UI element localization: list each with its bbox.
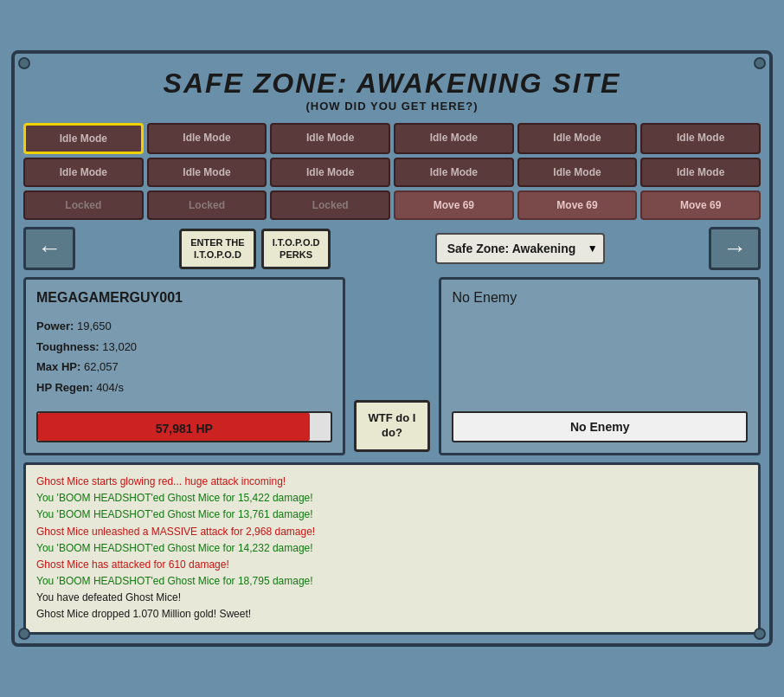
skill-button[interactable]: Locked	[23, 190, 144, 220]
toughness-value: 13,020	[102, 340, 137, 353]
enter-itopod-button[interactable]: ENTER THEI.T.O.P.O.D	[179, 229, 255, 269]
log-line: You 'BOOM HEADSHOT'ed Ghost Mice for 13,…	[36, 507, 748, 523]
zone-select[interactable]: Safe Zone: Awakening Tutorial Zone Fores…	[435, 233, 605, 264]
log-line: You 'BOOM HEADSHOT'ed Ghost Mice for 15,…	[36, 490, 748, 507]
player-name: MEGAGAMERGUY001	[36, 290, 332, 306]
skill-button[interactable]: Move 69	[394, 190, 514, 220]
maxhp-value: 62,057	[84, 360, 119, 373]
skill-button[interactable]: Idle Mode	[640, 123, 761, 154]
log-area: Ghost Mice starts glowing red... huge at…	[23, 462, 761, 635]
screw-tr	[754, 57, 766, 69]
skill-button[interactable]: Idle Mode	[23, 158, 144, 187]
log-line: You have defeated Ghost Mice!	[36, 590, 748, 606]
log-line: You 'BOOM HEADSHOT'ed Ghost Mice for 14,…	[36, 540, 748, 557]
skill-button[interactable]: Idle Mode	[517, 123, 638, 154]
nav-row: ← ENTER THEI.T.O.P.O.D I.T.O.P.O.DPERKS …	[23, 227, 761, 270]
skill-button[interactable]: Move 69	[640, 190, 761, 220]
skill-button[interactable]: Idle Mode	[270, 123, 390, 154]
skill-button[interactable]: Idle Mode	[517, 158, 638, 187]
enemy-panel: No Enemy No Enemy	[439, 277, 761, 455]
skill-button[interactable]: Idle Mode	[270, 158, 390, 187]
hp-bar: 57,981 HP	[36, 411, 332, 442]
itopod-perks-button[interactable]: I.T.O.P.O.DPERKS	[261, 229, 331, 269]
wtf-button[interactable]: WTF do Ido?	[354, 400, 431, 452]
player-stats: Power: 19,650 Toughness: 13,020 Max HP: …	[36, 316, 332, 397]
skill-button[interactable]: Move 69	[517, 190, 638, 220]
skill-button[interactable]: Idle Mode	[640, 158, 761, 187]
skill-button[interactable]: Idle Mode	[394, 123, 514, 154]
enemy-name: No Enemy	[452, 290, 517, 306]
action-center: WTF do Ido?	[354, 277, 431, 455]
enemy-content: No Enemy	[452, 290, 748, 411]
page-title: SAFE ZONE: AWAKENING SITE	[23, 68, 761, 100]
title-section: SAFE ZONE: AWAKENING SITE (HOW DID YOU G…	[23, 62, 761, 116]
screw-br	[754, 628, 766, 640]
skill-button[interactable]: Idle Mode	[147, 158, 267, 187]
log-line: Ghost Mice starts glowing red... huge at…	[36, 474, 748, 490]
maxhp-label: Max HP:	[36, 360, 80, 373]
combat-area: MEGAGAMERGUY001 Power: 19,650 Toughness:…	[23, 277, 761, 455]
player-panel: MEGAGAMERGUY001 Power: 19,650 Toughness:…	[23, 277, 345, 455]
power-label: Power:	[36, 319, 74, 332]
log-line: You 'BOOM HEADSHOT'ed Ghost Mice for 18,…	[36, 573, 748, 590]
nav-center: ENTER THEI.T.O.P.O.D I.T.O.P.O.DPERKS	[179, 229, 331, 269]
enemy-hp-bar: No Enemy	[452, 411, 748, 442]
skill-button[interactable]: Locked	[270, 190, 390, 220]
power-value: 19,650	[77, 319, 112, 332]
skill-button[interactable]: Idle Mode	[394, 158, 514, 187]
log-line: Ghost Mice has attacked for 610 damage!	[36, 557, 748, 573]
zone-select-wrapper[interactable]: Safe Zone: Awakening Tutorial Zone Fores…	[435, 233, 605, 264]
hp-bar-text: 57,981 HP	[38, 413, 331, 444]
page-subtitle: (HOW DID YOU GET HERE?)	[23, 100, 761, 113]
hpregen-label: HP Regen:	[36, 381, 93, 394]
left-arrow-button[interactable]: ←	[23, 227, 75, 270]
main-container: SAFE ZONE: AWAKENING SITE (HOW DID YOU G…	[11, 50, 773, 646]
skill-button[interactable]: Idle Mode	[147, 123, 267, 154]
hpregen-value: 404/s	[96, 381, 124, 394]
log-line: Ghost Mice unleashed a MASSIVE attack fo…	[36, 524, 748, 540]
screw-bl	[18, 628, 30, 640]
log-line: Ghost Mice dropped 1.070 Million gold! S…	[36, 606, 748, 623]
toughness-label: Toughness:	[36, 340, 100, 353]
skill-button[interactable]: Idle Mode	[23, 123, 144, 154]
skill-grid: Idle ModeIdle ModeIdle ModeIdle ModeIdle…	[23, 123, 761, 220]
skill-button[interactable]: Locked	[147, 190, 267, 220]
right-arrow-button[interactable]: →	[709, 227, 761, 270]
